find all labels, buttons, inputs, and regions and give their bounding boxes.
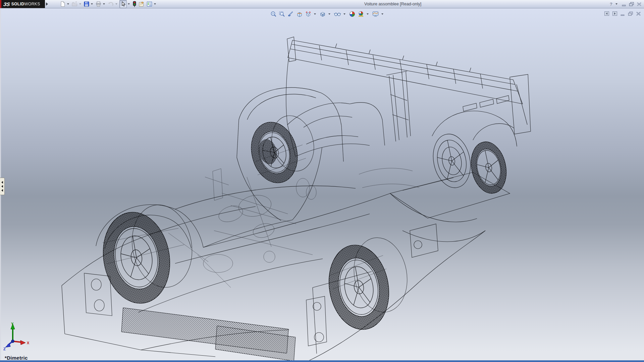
reference-triad: Y X Z [2, 322, 33, 351]
apply-scene-dropdown[interactable] [366, 10, 369, 18]
print-dropdown[interactable] [102, 0, 105, 8]
select-cursor-icon [120, 1, 126, 7]
window-bottom-border [0, 360, 644, 362]
wireframe-model [0, 8, 644, 362]
view-orientation-button[interactable] [305, 10, 312, 18]
view-orientation-icon [305, 11, 312, 17]
collapse-left-pane-button[interactable] [604, 11, 609, 16]
new-document-dropdown[interactable] [66, 0, 69, 8]
help-dropdown[interactable] [615, 0, 618, 8]
logo-works: WORKS [24, 2, 40, 6]
window-controls: ? [610, 1, 642, 7]
undo-dropdown[interactable] [115, 0, 118, 8]
solidworks-logo-glyph: ЗS [3, 1, 10, 7]
options-list-icon [146, 1, 153, 7]
undo-button[interactable] [107, 0, 114, 8]
apply-scene-icon [358, 11, 364, 17]
pane-arrow-left-icon [1, 185, 3, 188]
zoom-to-fit-button[interactable] [270, 10, 277, 18]
zoom-to-area-icon [279, 11, 285, 17]
zoom-to-area-button[interactable] [278, 10, 286, 18]
file-properties-icon [138, 1, 145, 7]
view-orientation-label: *Dimetric [5, 355, 28, 361]
solidworks-logo: ЗS SOLIDWORKS [0, 0, 45, 8]
rebuild-traffic-light-icon [132, 1, 137, 7]
titlebar: ЗS SOLIDWORKS [0, 0, 644, 8]
window-title: Voiture assomblee [Read-only] [364, 2, 421, 6]
collapse-right-pane-button[interactable] [612, 11, 618, 16]
help-button[interactable]: ? [610, 2, 612, 7]
pane-arrow-left-icon [1, 189, 3, 192]
menu-expand-icon[interactable] [46, 2, 48, 6]
hide-show-items-dropdown[interactable] [343, 10, 346, 18]
restore-window-button[interactable] [629, 2, 634, 6]
select-dropdown[interactable] [127, 0, 130, 8]
display-style-icon [319, 11, 326, 17]
view-settings-dropdown[interactable] [381, 10, 384, 18]
triad-x-label: X [27, 341, 30, 345]
section-view-button[interactable] [296, 10, 303, 18]
display-style-button[interactable] [319, 10, 326, 18]
view-settings-button[interactable] [372, 10, 379, 18]
rebuild-button[interactable] [132, 0, 137, 8]
save-floppy-icon [84, 1, 90, 7]
print-button[interactable] [95, 0, 102, 8]
open-button[interactable] [71, 0, 78, 8]
triad-y-label: Y [11, 322, 14, 326]
close-document-button[interactable] [636, 11, 641, 16]
undo-icon [107, 1, 114, 7]
select-button[interactable] [119, 0, 127, 8]
logo-solid: SOLID [11, 2, 24, 6]
section-view-icon [296, 11, 303, 17]
options-dropdown[interactable] [153, 0, 156, 8]
main-toolbar [59, 0, 158, 8]
view-orientation-dropdown[interactable] [313, 10, 316, 18]
hide-show-items-icon [334, 11, 341, 17]
document-window-controls [604, 11, 641, 16]
file-properties-button[interactable] [138, 0, 145, 8]
feature-pane-splitter-tab[interactable] [0, 178, 5, 195]
open-folder-icon [71, 1, 78, 7]
display-style-dropdown[interactable] [328, 10, 331, 18]
open-dropdown[interactable] [78, 0, 82, 8]
zoom-to-fit-icon [270, 11, 277, 17]
edit-appearance-icon [349, 11, 356, 17]
previous-view-icon [287, 11, 294, 17]
triad-z-label: Z [3, 347, 6, 351]
minimize-document-button[interactable] [620, 11, 625, 16]
new-document-icon [60, 1, 66, 7]
restore-document-button[interactable] [628, 11, 633, 16]
graphics-viewport[interactable]: Y X Z *Dimetric [0, 8, 644, 362]
view-settings-icon [372, 11, 379, 17]
print-icon [95, 1, 102, 7]
options-button[interactable] [146, 0, 153, 8]
apply-scene-button[interactable] [357, 10, 365, 18]
previous-view-button[interactable] [287, 10, 294, 18]
save-dropdown[interactable] [90, 0, 93, 8]
minimize-window-button[interactable] [622, 2, 627, 6]
new-document-button[interactable] [59, 0, 66, 8]
headsup-view-toolbar [270, 10, 385, 18]
hide-show-items-button[interactable] [333, 10, 341, 18]
close-window-button[interactable] [637, 2, 642, 6]
pane-arrow-left-icon [1, 181, 3, 184]
save-button[interactable] [83, 0, 90, 8]
edit-appearance-button[interactable] [348, 10, 356, 18]
